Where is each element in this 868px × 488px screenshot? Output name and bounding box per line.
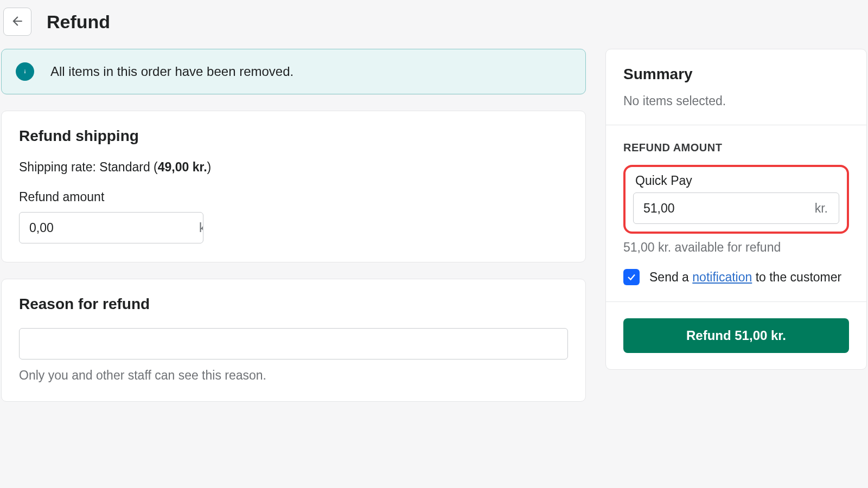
notification-link[interactable]: notification	[692, 270, 752, 284]
refund-amount-field[interactable]: kr.	[633, 192, 839, 224]
summary-title: Summary	[623, 66, 849, 83]
currency-suffix: kr.	[199, 221, 203, 235]
refund-amount-heading: REFUND AMOUNT	[623, 142, 849, 154]
refund-shipping-title: Refund shipping	[19, 127, 568, 145]
back-button[interactable]	[3, 8, 31, 36]
reason-input[interactable]	[19, 328, 568, 359]
shipping-refund-amount-input[interactable]	[20, 213, 199, 243]
reason-title: Reason for refund	[19, 296, 568, 313]
shipping-refund-amount-field[interactable]: kr.	[19, 212, 203, 243]
refund-amount-input[interactable]	[634, 193, 815, 223]
available-for-refund-text: 51,00 kr. available for refund	[623, 240, 849, 255]
refund-amount-highlight: Quick Pay kr.	[623, 165, 849, 234]
notify-customer-label: Send a notification to the customer	[649, 270, 841, 285]
reason-card: Reason for refund Only you and other sta…	[1, 279, 586, 402]
refund-shipping-card: Refund shipping Shipping rate: Standard …	[1, 111, 586, 262]
payment-method-label: Quick Pay	[633, 174, 839, 188]
notify-customer-checkbox[interactable]	[623, 269, 640, 285]
page-title: Refund	[47, 11, 110, 33]
banner-message: All items in this order have been remove…	[50, 64, 293, 79]
info-icon	[16, 62, 34, 81]
shipping-rate-line: Shipping rate: Standard (49,00 kr.)	[19, 160, 568, 175]
summary-empty-text: No items selected.	[623, 94, 849, 108]
info-banner: All items in this order have been remove…	[1, 49, 586, 94]
refund-button[interactable]: Refund 51,00 kr.	[623, 318, 849, 353]
shipping-refund-amount-label: Refund amount	[19, 190, 568, 204]
summary-card: Summary No items selected. REFUND AMOUNT…	[605, 49, 867, 370]
arrow-left-icon	[10, 14, 24, 30]
reason-help-text: Only you and other staff can see this re…	[19, 368, 568, 383]
currency-suffix: kr.	[815, 201, 839, 216]
